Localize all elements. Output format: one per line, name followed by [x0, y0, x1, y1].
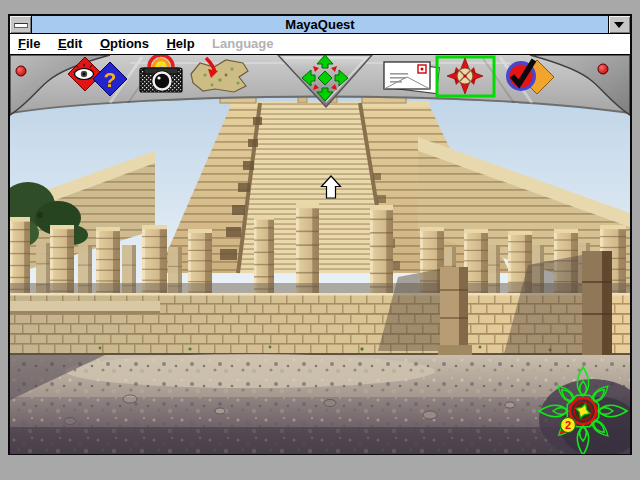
title-bar[interactable]: MayaQuest	[10, 16, 630, 34]
menu-language: Language	[212, 34, 273, 54]
minimize-button[interactable]	[608, 16, 630, 33]
menu-options[interactable]: Options	[100, 34, 149, 54]
compass-badge: 2	[561, 418, 576, 433]
menu-file[interactable]: File	[18, 34, 40, 54]
menu-bar: File Edit Options Help Language	[10, 34, 630, 55]
menu-edit[interactable]: Edit	[58, 34, 83, 54]
right-indicator-dot	[598, 64, 608, 74]
app-window: MayaQuest File Edit Options Help Languag…	[8, 14, 632, 455]
menu-help[interactable]: Help	[166, 34, 194, 54]
scene-photo[interactable]: 2	[10, 55, 630, 454]
dash-icon	[14, 23, 28, 28]
map-icon[interactable]	[191, 58, 248, 92]
system-menu-button[interactable]	[10, 16, 32, 33]
foreground-ground	[10, 354, 630, 454]
svg-text:2: 2	[565, 419, 571, 431]
mail-envelope-icon[interactable]	[384, 62, 439, 94]
question-glyph: ?	[104, 68, 117, 91]
window-title: MayaQuest	[32, 16, 608, 33]
left-indicator-dot	[16, 66, 26, 76]
scene-viewport[interactable]: 2	[10, 55, 630, 454]
desktop: MayaQuest File Edit Options Help Languag…	[0, 0, 640, 480]
down-triangle-icon	[614, 22, 624, 28]
